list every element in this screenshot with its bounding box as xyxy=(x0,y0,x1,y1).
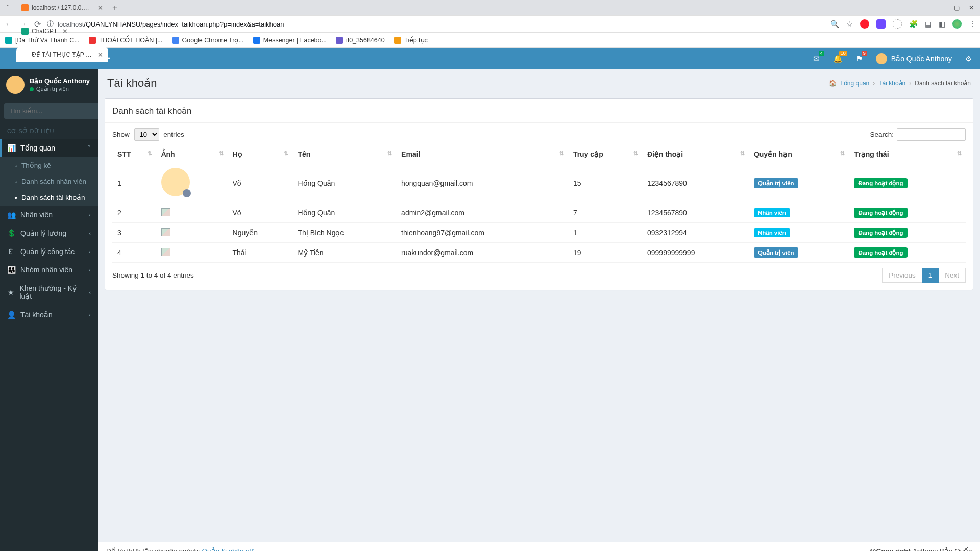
tab-dropdown[interactable]: ˅ xyxy=(3,0,16,15)
bookmark-star-icon[interactable]: ☆ xyxy=(846,20,853,28)
kebab-menu-icon[interactable]: ⋮ xyxy=(969,20,976,28)
bell-icon[interactable]: 🔔10 xyxy=(833,54,843,63)
sidebar-item[interactable]: 👤Tài khoản‹ xyxy=(0,306,98,324)
flag-icon[interactable]: ⚑9 xyxy=(856,54,863,63)
sidebar-subitem[interactable]: Thống kê xyxy=(0,157,98,173)
cell-ten: Thị Bích Ngọc xyxy=(292,223,396,243)
bookmark-item[interactable]: THOÁI CỐT HOÀN |... xyxy=(89,36,163,44)
broken-image-icon xyxy=(161,208,170,216)
column-header[interactable]: Điện thoại⇅ xyxy=(642,145,749,163)
cell-ten: Hồng Quân xyxy=(292,163,396,203)
cell-ho: Võ xyxy=(228,203,293,223)
chevron-left-icon: ‹ xyxy=(89,248,91,255)
cell-stt: 2 xyxy=(112,203,156,223)
sidebar-item[interactable]: 🗓Quản lý công tác‹ xyxy=(0,242,98,261)
column-header[interactable]: STT⇅ xyxy=(112,145,156,163)
sidebar-user-role: Quản trị viên xyxy=(30,86,90,92)
tab-close-icon[interactable]: ✕ xyxy=(97,4,103,12)
breadcrumb-home[interactable]: Tổng quan xyxy=(840,80,870,87)
online-dot-icon xyxy=(30,87,34,91)
pagination: Previous 1 Next xyxy=(883,268,966,283)
column-header[interactable]: Trạng thái⇅ xyxy=(849,145,966,163)
mail-icon[interactable]: ✉4 xyxy=(813,54,820,63)
broken-image-icon xyxy=(161,248,170,256)
page-next[interactable]: Next xyxy=(938,268,966,283)
cell-image xyxy=(156,223,228,243)
ext-purple-icon[interactable] xyxy=(876,19,886,29)
chevron-down-icon: ˅ xyxy=(88,145,91,152)
reload-icon[interactable]: ⟳ xyxy=(33,19,42,29)
cell-dienthoai: 099999999999 xyxy=(642,243,749,263)
search-input[interactable] xyxy=(4,103,100,119)
tab-strip: ˅ Thu Cuối x Là Anh... Cùng E🔊✕localhost… xyxy=(0,0,980,15)
column-header[interactable]: Email⇅ xyxy=(396,145,568,163)
menu-icon: 🗓 xyxy=(7,247,15,256)
extensions-icon[interactable]: 🧩 xyxy=(909,20,918,28)
back-icon[interactable]: ← xyxy=(4,19,13,29)
maximize-icon[interactable]: ▢ xyxy=(954,4,960,11)
bookmark-item[interactable]: [Đã Thử Và Thành C... xyxy=(5,36,80,44)
gears-icon[interactable]: ⚙ xyxy=(965,55,972,63)
bookmark-item[interactable]: Messenger | Facebo... xyxy=(253,37,327,44)
topnav-user[interactable]: Bảo Quốc Anthony xyxy=(876,53,952,64)
new-tab-button[interactable]: ＋ xyxy=(108,3,121,13)
sidebar-item-overview[interactable]: 📊Tổng quan˅ Thống kêDanh sách nhân viênD… xyxy=(0,139,98,206)
cell-email: thienhoang97@gmail.com xyxy=(396,223,568,243)
site-info-icon[interactable]: ⓘ xyxy=(47,19,54,29)
page-prev[interactable]: Previous xyxy=(882,268,922,283)
dt-length: Show 10 entries xyxy=(112,128,184,141)
ext-dashed-icon[interactable] xyxy=(893,19,902,29)
bookmark-item[interactable]: Google Chrome Trợ... xyxy=(172,36,244,44)
minimize-icon[interactable]: — xyxy=(939,4,945,11)
sidebar-item[interactable]: ★Khen thưởng - Kỷ luật‹ xyxy=(0,279,98,306)
length-select[interactable]: 10 xyxy=(134,128,159,141)
sort-icon: ⇅ xyxy=(148,150,152,157)
sidebar-item[interactable]: 👥Nhân viên‹ xyxy=(0,206,98,224)
bookmark-item[interactable]: if0_35684640 xyxy=(336,37,385,44)
chevron-left-icon: ‹ xyxy=(89,212,91,218)
reading-list-icon[interactable]: ▤ xyxy=(925,20,932,28)
sort-icon: ⇅ xyxy=(740,150,745,157)
status-badge: Đang hoạt động xyxy=(854,208,907,218)
brand-logo[interactable]: VINAPHONE xyxy=(0,54,98,64)
sidebar-item[interactable]: 👪Nhóm nhân viên‹ xyxy=(0,261,98,279)
footer-link[interactable]: Quản lý nhân sự. xyxy=(202,547,256,551)
bookmark-favicon-icon xyxy=(89,37,96,44)
browser-tab[interactable]: localhost / 127.0.0.1 / quanly_…✕ xyxy=(16,0,108,15)
sidebar-toggle-icon[interactable]: ≡ xyxy=(98,54,118,63)
profile-avatar-icon[interactable] xyxy=(952,19,962,29)
column-header[interactable]: Quyền hạn⇅ xyxy=(749,145,849,163)
sidebar-item-label: Tài khoản xyxy=(20,311,53,319)
bookmark-favicon-icon xyxy=(336,37,343,44)
url-field[interactable]: ⓘ localhost/QUANLYNHANSU/pages/index_tai… xyxy=(47,19,825,29)
chevron-left-icon: ‹ xyxy=(89,230,91,236)
sidebar-search: 🔍 xyxy=(4,103,94,119)
sidebar-item[interactable]: 💲Quản lý lương‹ xyxy=(0,224,98,242)
menu-icon: ★ xyxy=(7,288,14,296)
column-header[interactable]: Truy cập⇅ xyxy=(568,145,642,163)
column-header[interactable]: Ảnh⇅ xyxy=(156,145,228,163)
column-header[interactable]: Tên⇅ xyxy=(292,145,396,163)
app-topnav: VINAPHONE ≡ ✉4 🔔10 ⚑9 Bảo Quốc Anthony ⚙ xyxy=(0,48,980,69)
ext-opera-icon[interactable] xyxy=(860,19,869,29)
sidebar-item-label: Nhân viên xyxy=(20,211,53,219)
cell-status: Đang hoạt động xyxy=(849,223,966,243)
page-1[interactable]: 1 xyxy=(922,268,939,283)
column-header[interactable]: Họ⇅ xyxy=(228,145,293,163)
chevron-left-icon: ‹ xyxy=(89,289,91,295)
forward-icon[interactable]: → xyxy=(18,19,28,29)
sidebar-item-label: Quản lý công tác xyxy=(20,247,75,256)
accounts-table: STT⇅Ảnh⇅Họ⇅Tên⇅Email⇅Truy cập⇅Điện thoại… xyxy=(112,145,966,263)
cell-status: Đang hoạt động xyxy=(849,203,966,223)
cell-email: ruakundor@gmail.com xyxy=(396,243,568,263)
sidebar-subitem[interactable]: Danh sách nhân viên xyxy=(0,173,98,189)
close-icon[interactable]: ✕ xyxy=(969,4,974,11)
side-panel-icon[interactable]: ◧ xyxy=(939,20,945,28)
breadcrumb-mid[interactable]: Tài khoản xyxy=(878,80,905,87)
menu-icon: 👥 xyxy=(7,211,15,219)
sidebar-subitem[interactable]: Danh sách tài khoản xyxy=(0,189,98,206)
zoom-icon[interactable]: 🔍 xyxy=(830,20,839,28)
dt-search-input[interactable] xyxy=(897,128,966,141)
bookmark-item[interactable]: Tiếp tục xyxy=(394,36,428,44)
sort-icon: ⇅ xyxy=(559,150,564,157)
